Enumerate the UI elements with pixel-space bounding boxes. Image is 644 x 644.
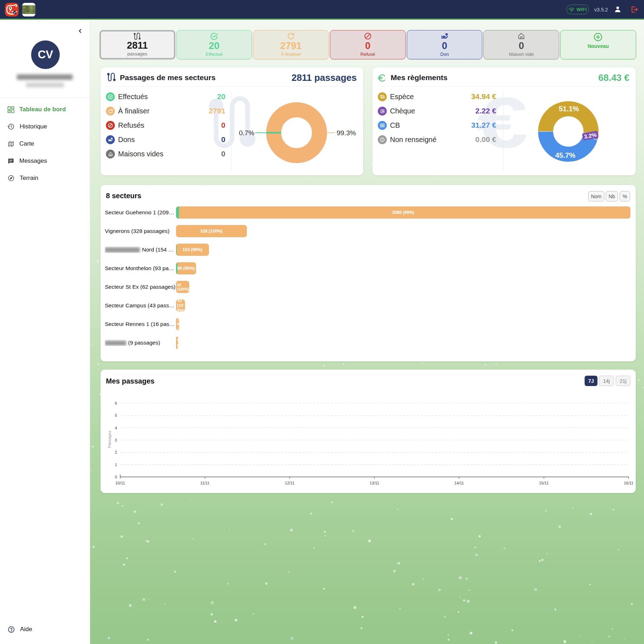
svg-text:3: 3: [115, 438, 117, 442]
svg-text:5: 5: [115, 413, 117, 418]
svg-text:14/11: 14/11: [454, 481, 464, 485]
svg-text:1: 1: [115, 463, 117, 467]
svg-text:6: 6: [115, 401, 117, 405]
svg-text:11/11: 11/11: [200, 481, 210, 485]
svg-text:15/11: 15/11: [539, 481, 549, 485]
svg-text:12/11: 12/11: [285, 481, 294, 485]
svg-text:0.7%: 0.7%: [239, 129, 254, 137]
svg-text:0: 0: [115, 475, 117, 479]
svg-text:99.3%: 99.3%: [337, 129, 356, 137]
svg-text:13/11: 13/11: [370, 481, 379, 485]
svg-text:Passages: Passages: [107, 430, 112, 448]
svg-text:4: 4: [115, 426, 117, 430]
svg-text:2: 2: [115, 450, 117, 454]
svg-text:45.7%: 45.7%: [555, 151, 576, 159]
svg-text:10/11: 10/11: [116, 481, 125, 485]
svg-text:51.1%: 51.1%: [559, 105, 579, 113]
svg-text:16/11: 16/11: [624, 481, 634, 485]
